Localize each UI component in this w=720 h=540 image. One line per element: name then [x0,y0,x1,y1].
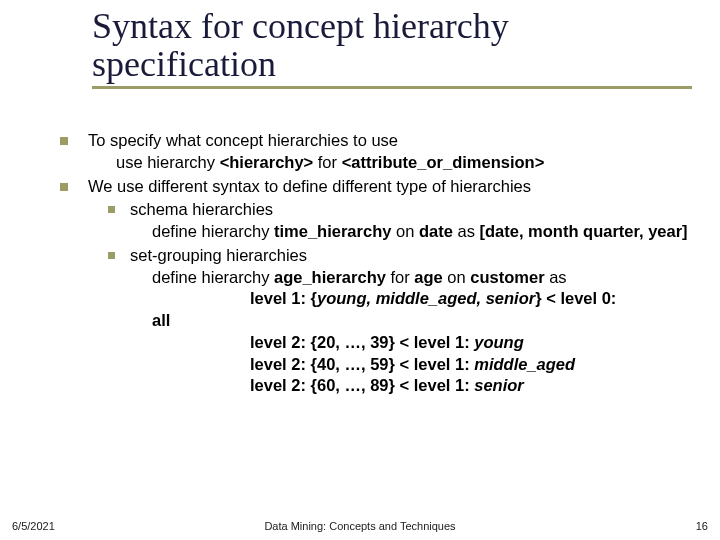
level1-values: young, middle_aged, senior [317,289,535,307]
hierarchy-name: age_hierarchy [274,268,386,286]
text: } < level 0: [535,289,616,307]
text: as [545,268,567,286]
on-table: customer [470,268,544,286]
body-content: To specify what concept hierarchies to u… [60,130,700,399]
text: level 2: {20, …, 39} < level 1: [250,333,474,351]
sub-bullet-list: schema hierarchies define hierarchy time… [88,199,700,397]
bullet-2: We use different syntax to define differ… [60,176,700,398]
level2a-line: level 2: {20, …, 39} < level 1: young [130,332,700,354]
text: for [386,268,414,286]
square-bullet-icon [108,252,115,259]
slide-title: Syntax for concept hierarchy specificati… [92,8,690,84]
text: on [391,222,419,240]
level2b-value: middle_aged [474,355,575,373]
hierarchy-name: time_hierarchy [274,222,391,240]
square-bullet-icon [60,183,68,191]
text: use hierarchy [116,153,220,171]
bullet-1: To specify what concept hierarchies to u… [60,130,700,174]
bullet-2-line1: We use different syntax to define differ… [88,177,531,195]
hierarchy-token: <hierarchy> [220,153,314,171]
text: level 2: {60, …, 89} < level 1: [250,376,474,394]
level2c-value: senior [474,376,524,394]
square-bullet-icon [108,206,115,213]
level2a-value: young [474,333,524,351]
square-bullet-icon [60,137,68,145]
for-attr: age [414,268,442,286]
bullet-1-line1: To specify what concept hierarchies to u… [88,131,398,149]
title-area: Syntax for concept hierarchy specificati… [92,8,690,89]
level2b-line: level 2: {40, …, 59} < level 1: middle_a… [130,354,700,376]
sub-bullet-schema: schema hierarchies define hierarchy time… [108,199,700,243]
text: for [313,153,341,171]
text: define hierarchy [152,268,274,286]
all-token: all [152,311,170,329]
text: define hierarchy [152,222,274,240]
text: level 1: { [250,289,317,307]
level1-line: level 1: {young, middle_aged, senior} < … [130,288,700,310]
on-attr: date [419,222,453,240]
sub2-definition: define hierarchy age_hierarchy for age o… [130,267,700,289]
bullet-1-line2: use hierarchy <hierarchy> for <attribute… [88,152,700,174]
footer-page-number: 16 [696,520,708,532]
level-list: [date, month quarter, year] [479,222,687,240]
attr-token: <attribute_or_dimension> [342,153,545,171]
sub-bullet-setgroup: set-grouping hierarchies define hierarch… [108,245,700,397]
text: as [453,222,480,240]
slide: Syntax for concept hierarchy specificati… [0,0,720,540]
footer-center: Data Mining: Concepts and Techniques [0,520,720,532]
sub2-label: set-grouping hierarchies [130,246,307,264]
sub1-label: schema hierarchies [130,200,273,218]
level0-all: all [130,310,700,332]
bullet-list: To specify what concept hierarchies to u… [60,130,700,397]
sub1-definition: define hierarchy time_hierarchy on date … [130,221,700,243]
title-underline [92,86,692,89]
text: on [443,268,471,286]
level2c-line: level 2: {60, …, 89} < level 1: senior [130,375,700,397]
text: level 2: {40, …, 59} < level 1: [250,355,474,373]
